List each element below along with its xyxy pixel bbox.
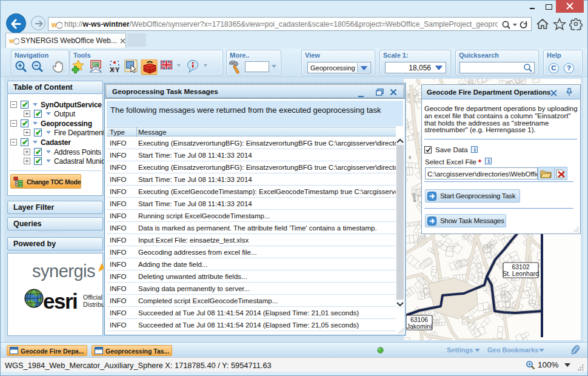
- svg-text:6: 6: [409, 155, 412, 160]
- svg-text:Y: Y: [115, 66, 120, 73]
- svg-text:Jakomini: Jakomini: [407, 323, 432, 330]
- svg-text:St. Leonhard: St. Leonhard: [503, 270, 539, 277]
